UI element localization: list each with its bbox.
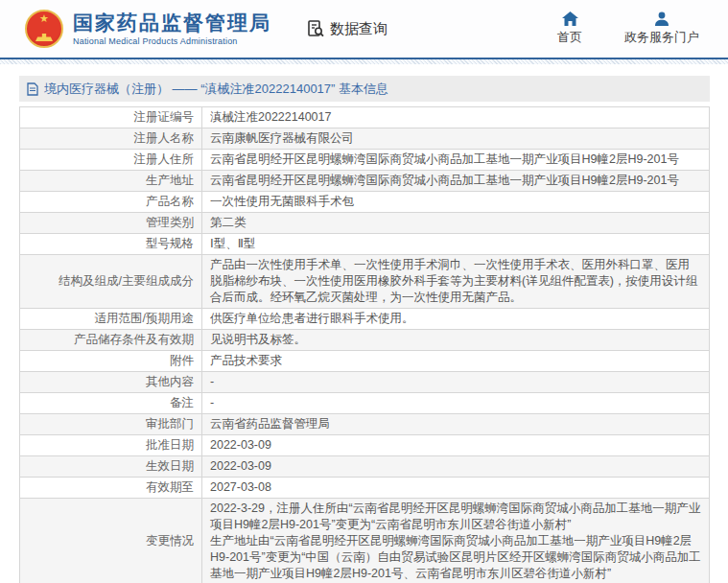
table-row: 生产地址云南省昆明经开区昆明螺蛳湾国际商贸城小商品加工基地一期产业项目H9幢2层… xyxy=(20,171,710,192)
field-value: 2022-03-09 xyxy=(202,435,710,456)
emblem-gate-icon xyxy=(35,34,53,41)
field-label: 附件 xyxy=(20,351,202,372)
table-row: 审批部门云南省药品监督管理局 xyxy=(20,414,710,435)
data-query-icon xyxy=(306,19,325,38)
nav-home[interactable]: 首页 xyxy=(557,12,582,46)
table-row: 产品储存条件及有效期见说明书及标签。 xyxy=(20,330,710,351)
field-label: 生效日期 xyxy=(20,456,202,478)
table-row: 有效期至2027-03-08 xyxy=(20,478,710,499)
field-value: 云南省药品监督管理局 xyxy=(202,414,710,435)
table-row: 型号规格Ⅰ型、Ⅱ型 xyxy=(20,234,710,255)
field-value: 云南省昆明经开区昆明螺蛳湾国际商贸城小商品加工基地一期产业项目H9幢2层H9-2… xyxy=(202,150,710,171)
field-label: 其他内容 xyxy=(20,372,202,393)
field-label: 注册人住所 xyxy=(20,150,202,171)
table-row: 批准日期2022-03-09 xyxy=(20,435,710,456)
field-value: 产品由一次性使用手术单、一次性使用手术洞巾、一次性使用手术衣、医用外科口罩、医用… xyxy=(202,255,710,309)
table-row: 注册人住所云南省昆明经开区昆明螺蛳湾国际商贸城小商品加工基地一期产业项目H9幢2… xyxy=(20,150,710,171)
nav-home-label: 首页 xyxy=(557,29,582,46)
field-value: 产品技术要求 xyxy=(202,351,710,372)
emblem-star-icon: ★ xyxy=(39,13,49,24)
field-label: 生产地址 xyxy=(20,171,202,192)
field-value: 云南省昆明经开区昆明螺蛳湾国际商贸城小商品加工基地一期产业项目H9幢2层H9-2… xyxy=(202,171,710,192)
page-title-bar: 境内医疗器械（注册） —— “滇械注准20222140017” 基本信息 xyxy=(19,76,710,102)
info-table-body: 注册证编号滇械注准20222140017注册人名称云南康帆医疗器械有限公司注册人… xyxy=(20,107,710,583)
header-divider-hatch xyxy=(0,59,728,64)
field-value: 2022-03-09 xyxy=(202,456,710,478)
field-value: 2022-3-29，注册人住所由“云南省昆明经开区昆明螺蛳湾国际商贸城小商品加工… xyxy=(202,499,710,583)
table-row: 产品名称一次性使用无菌眼科手术包 xyxy=(20,192,710,213)
document-icon xyxy=(27,82,38,96)
table-row: 适用范围/预期用途供医疗单位给患者进行眼科手术使用。 xyxy=(20,309,710,330)
field-value: 2027-03-08 xyxy=(202,478,710,499)
table-row: 注册人名称云南康帆医疗器械有限公司 xyxy=(20,128,710,150)
data-query-label: 数据查询 xyxy=(330,20,387,38)
field-value: 见说明书及标签。 xyxy=(202,330,710,351)
brand-subtitle: National Medical Products Administration xyxy=(73,36,271,46)
table-row: 备注- xyxy=(20,393,710,414)
table-row: 变更情况2022-3-29，注册人住所由“云南省昆明经开区昆明螺蛳湾国际商贸城小… xyxy=(20,499,710,583)
site-header: ★ 国家药品监督管理局 National Medical Products Ad… xyxy=(0,0,728,59)
brand-title: 国家药品监督管理局 xyxy=(73,12,271,35)
field-label: 产品储存条件及有效期 xyxy=(20,330,202,351)
field-label: 审批部门 xyxy=(20,414,202,435)
nav-service-portal-label: 政务服务门户 xyxy=(624,29,699,46)
page-title: 境内医疗器械（注册） —— “滇械注准20222140017” 基本信息 xyxy=(44,81,388,98)
table-row: 生效日期2022-03-09 xyxy=(20,456,710,478)
table-row: 其他内容- xyxy=(20,372,710,393)
field-value: 云南康帆医疗器械有限公司 xyxy=(202,128,710,150)
nav-service-portal[interactable]: 政务服务门户 xyxy=(624,12,699,46)
field-value: Ⅰ型、Ⅱ型 xyxy=(202,234,710,255)
table-row: 管理类别第二类 xyxy=(20,213,710,234)
field-label: 备注 xyxy=(20,393,202,414)
header-links: 首页 政务服务门户 xyxy=(557,12,707,46)
field-value: - xyxy=(202,372,710,393)
table-row: 结构及组成/主要组成成分产品由一次性使用手术单、一次性使用手术洞巾、一次性使用手… xyxy=(20,255,710,309)
field-value: 一次性使用无菌眼科手术包 xyxy=(202,192,710,213)
field-label: 有效期至 xyxy=(20,478,202,499)
field-label: 管理类别 xyxy=(20,213,202,234)
data-query-nav[interactable]: 数据查询 xyxy=(306,19,387,38)
registration-info-table: 注册证编号滇械注准20222140017注册人名称云南康帆医疗器械有限公司注册人… xyxy=(19,106,710,583)
home-icon xyxy=(562,12,578,26)
field-label: 变更情况 xyxy=(20,499,202,583)
field-value: 滇械注准20222140017 xyxy=(202,107,710,128)
national-emblem-logo: ★ xyxy=(25,10,63,48)
field-value: 第二类 xyxy=(202,213,710,234)
field-label: 结构及组成/主要组成成分 xyxy=(20,255,202,309)
field-label: 注册证编号 xyxy=(20,107,202,128)
brand-text: 国家药品监督管理局 National Medical Products Admi… xyxy=(73,12,271,46)
table-row: 附件产品技术要求 xyxy=(20,351,710,372)
user-icon xyxy=(654,12,669,26)
field-value: 供医疗单位给患者进行眼科手术使用。 xyxy=(202,309,710,330)
table-row: 注册证编号滇械注准20222140017 xyxy=(20,107,710,128)
field-label: 注册人名称 xyxy=(20,128,202,150)
field-label: 适用范围/预期用途 xyxy=(20,309,202,330)
field-label: 产品名称 xyxy=(20,192,202,213)
field-value: - xyxy=(202,393,710,414)
field-label: 批准日期 xyxy=(20,435,202,456)
field-label: 型号规格 xyxy=(20,234,202,255)
